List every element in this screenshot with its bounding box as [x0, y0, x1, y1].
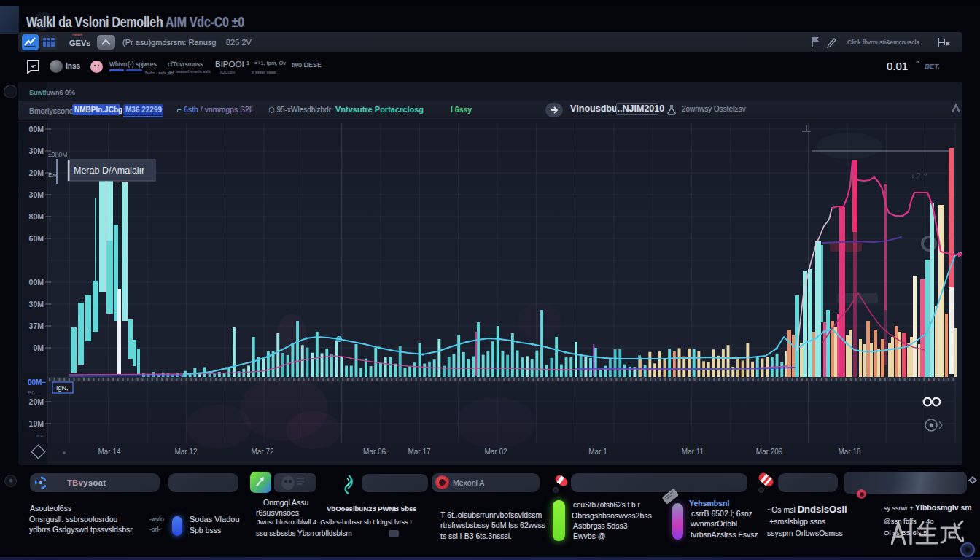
svg-text:Merab D/Amalalır: Merab D/Amalalır — [74, 166, 144, 176]
svg-text:30M: 30M — [29, 147, 44, 155]
svg-text:Mar 18: Mar 18 — [838, 448, 861, 456]
svg-text:Mar 11: Mar 11 — [682, 448, 704, 456]
svg-text:IgN,: IgN, — [56, 384, 69, 392]
svg-text:±0(\0M: ±0(\0M — [48, 151, 67, 158]
svg-text:≡≡: ≡≡ — [36, 432, 44, 440]
svg-text:Mar 06.: Mar 06. — [363, 448, 388, 456]
svg-text:20M: 20M — [29, 168, 44, 177]
svg-text:Mar 72: Mar 72 — [251, 448, 274, 456]
svg-text:Mar 209: Mar 209 — [756, 448, 783, 456]
svg-text:Mar 17: Mar 17 — [408, 448, 431, 456]
svg-text:60M: 60M — [29, 234, 44, 243]
svg-text:Mar 02: Mar 02 — [484, 448, 508, 456]
svg-text:Mar 14: Mar 14 — [98, 448, 121, 456]
svg-text:00M≡: 00M≡ — [28, 378, 46, 386]
svg-text:30M: 30M — [29, 190, 44, 199]
svg-text:00M: 00M — [29, 125, 44, 133]
svg-text:Mar 1: Mar 1 — [588, 448, 607, 456]
svg-text:80M: 80M — [29, 212, 44, 221]
svg-text:+2,°: +2,° — [910, 171, 928, 182]
svg-text:Mar 12: Mar 12 — [174, 448, 198, 456]
svg-text:00M: 00M — [29, 278, 44, 287]
svg-text:10M: 10M — [29, 419, 44, 428]
svg-text:0M: 0M — [33, 343, 44, 352]
svg-text:E0...: E0... — [28, 389, 39, 396]
svg-text:30M: 30M — [29, 300, 44, 308]
svg-text:37M: 37M — [29, 322, 44, 330]
svg-text:20M: 20M — [29, 397, 44, 406]
svg-text:Exc: Exc — [48, 171, 59, 179]
